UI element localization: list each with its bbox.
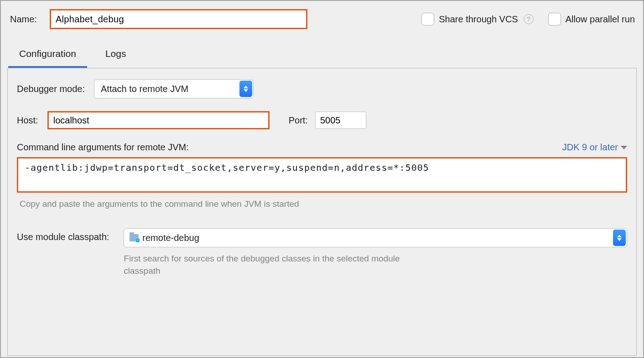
module-column: remote-debug First search for sources of… (124, 228, 627, 277)
header-options: Share through VCS ? Allow parallel run (421, 13, 635, 26)
port-label: Port: (289, 115, 308, 126)
host-input[interactable] (47, 111, 270, 129)
name-input[interactable] (50, 9, 307, 29)
module-row: Use module classpath: remote-debug First… (17, 228, 627, 277)
tab-bar: Configuration Logs (7, 46, 637, 68)
cmd-hint: Copy and paste the arguments to the comm… (17, 199, 627, 209)
port-input[interactable] (315, 112, 366, 129)
help-icon[interactable]: ? (524, 14, 534, 24)
allow-parallel-group: Allow parallel run (548, 13, 635, 26)
debugger-mode-row: Debugger mode: Attach to remote JVM (17, 79, 627, 98)
cmd-header: Command line arguments for remote JVM: J… (17, 142, 627, 153)
cmd-arguments-field[interactable]: -agentlib:jdwp=transport=dt_socket,serve… (17, 157, 627, 193)
jdk-version-dropdown[interactable]: JDK 9 or later (562, 142, 627, 153)
debugger-mode-label: Debugger mode: (17, 84, 85, 94)
name-label: Name: (10, 14, 37, 25)
header-row: Name: Share through VCS ? Allow parallel… (7, 6, 637, 29)
allow-parallel-label: Allow parallel run (566, 14, 635, 25)
share-vcs-checkbox[interactable] (421, 13, 434, 26)
jdk-link-text: JDK 9 or later (562, 142, 618, 153)
tab-configuration[interactable]: Configuration (18, 46, 77, 67)
dialog-container: Name: Share through VCS ? Allow parallel… (0, 0, 644, 358)
allow-parallel-checkbox[interactable] (548, 13, 561, 26)
port-group: Port: (289, 112, 366, 129)
host-label: Host: (17, 115, 38, 126)
debugger-mode-value: Attach to remote JVM (101, 84, 188, 94)
host-port-row: Host: Port: (17, 111, 627, 129)
select-stepper-icon (613, 230, 626, 246)
chevron-down-icon (621, 146, 627, 149)
module-classpath-select[interactable]: remote-debug (124, 228, 627, 247)
share-vcs-group: Share through VCS ? (421, 13, 533, 26)
share-vcs-label: Share through VCS (439, 14, 518, 25)
module-folder-icon (130, 234, 139, 241)
configuration-panel: Debugger mode: Attach to remote JVM Host… (7, 68, 637, 356)
module-label: Use module classpath: (17, 228, 109, 242)
select-stepper-icon (239, 81, 252, 97)
module-value: remote-debug (142, 233, 199, 243)
debugger-mode-select[interactable]: Attach to remote JVM (94, 79, 254, 98)
module-hint: First search for sources of the debugged… (124, 253, 415, 277)
cmd-label: Command line arguments for remote JVM: (17, 142, 189, 153)
tab-logs[interactable]: Logs (104, 46, 127, 67)
